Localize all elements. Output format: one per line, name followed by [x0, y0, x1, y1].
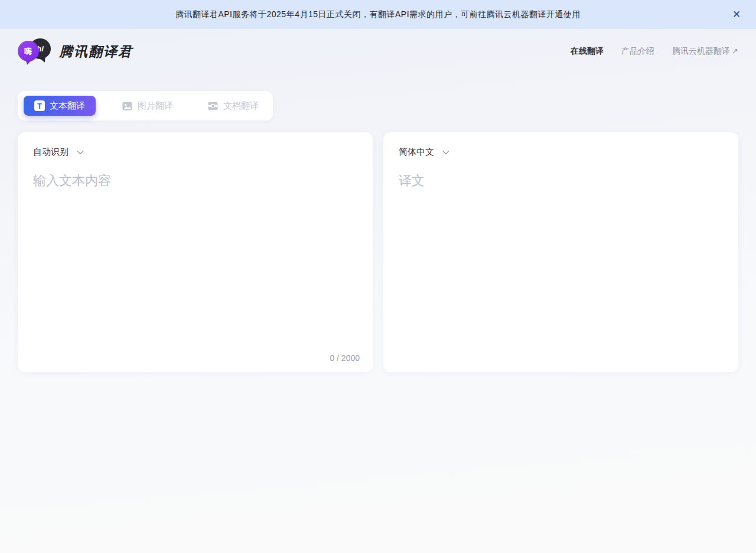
tab-label: 文档翻译 [223, 100, 259, 112]
header: hi 嗨 腾讯翻译君 在线翻译 产品介绍 腾讯云机器翻译↗ [0, 32, 756, 70]
translation-output: 译文 [399, 172, 723, 190]
text-translate-icon: T [34, 100, 45, 111]
logo: hi 嗨 [18, 37, 51, 66]
tab-label: 图片翻译 [138, 100, 173, 112]
announcement-text: 腾讯翻译君API服务将于2025年4月15日正式关闭，有翻译API需求的用户，可… [175, 9, 581, 20]
target-language-select[interactable]: 简体中文 [399, 147, 449, 158]
document-translate-icon [207, 100, 219, 112]
nav-item-product-intro[interactable]: 产品介绍 [621, 46, 654, 57]
source-language-label: 自动识别 [33, 147, 69, 158]
brand[interactable]: hi 嗨 腾讯翻译君 [18, 37, 133, 66]
site-title: 腾讯翻译君 [59, 43, 133, 61]
tab-document-translate[interactable]: 文档翻译 [199, 96, 267, 116]
target-panel: 简体中文 译文 [383, 132, 738, 372]
char-counter: 0 / 2000 [330, 353, 360, 363]
nav-item-label: 腾讯云机器翻译 [672, 46, 730, 56]
chevron-down-icon [77, 150, 84, 155]
translate-panels: 自动识别 0 / 2000 简体中文 译文 [18, 132, 738, 372]
logo-speech-bubble-cn: 嗨 [18, 41, 39, 61]
tab-label: 文本翻译 [50, 100, 85, 112]
nav-item-online-translate[interactable]: 在线翻译 [571, 46, 604, 57]
main-content: T 文本翻译 图片翻译 文档翻译 自动识别 [0, 70, 756, 372]
image-translate-icon [122, 100, 133, 112]
nav-item-tencent-cloud-mt[interactable]: 腾讯云机器翻译↗ [672, 46, 738, 57]
main-nav: 在线翻译 产品介绍 腾讯云机器翻译↗ [571, 46, 738, 57]
target-language-label: 简体中文 [399, 147, 434, 158]
announcement-banner: 腾讯翻译君API服务将于2025年4月15日正式关闭，有翻译API需求的用户，可… [0, 0, 756, 29]
tab-image-translate[interactable]: 图片翻译 [113, 96, 181, 116]
chevron-down-icon [442, 150, 449, 155]
external-link-icon: ↗ [732, 47, 738, 56]
source-panel: 自动识别 0 / 2000 [18, 132, 373, 372]
translate-mode-tabs: T 文本翻译 图片翻译 文档翻译 [18, 91, 273, 121]
source-text-input[interactable] [33, 172, 357, 358]
tab-text-translate[interactable]: T 文本翻译 [24, 96, 96, 116]
close-icon[interactable]: ✕ [729, 7, 744, 22]
source-language-select[interactable]: 自动识别 [33, 147, 84, 158]
